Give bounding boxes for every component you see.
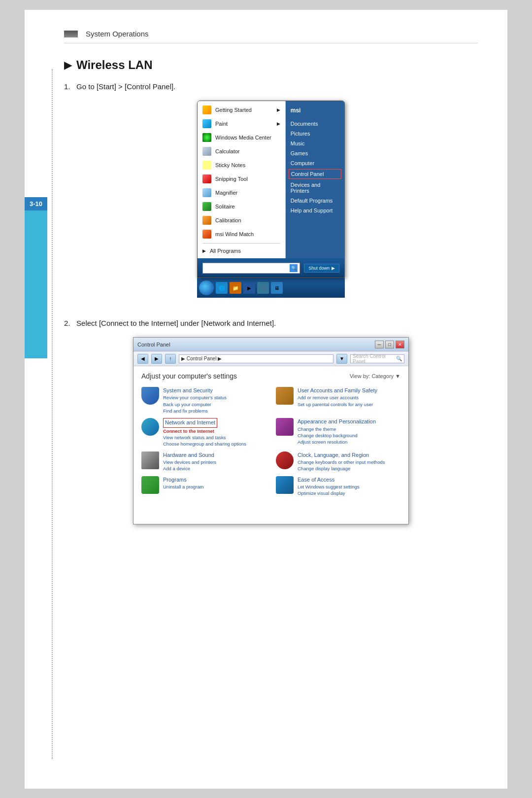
cp-cat-title-appearance[interactable]: Appearance and Personalization [298,418,376,425]
user-accounts-icon [276,387,294,405]
header-title: System Operations [86,30,149,38]
start-menu-body: Getting Started ▶ Paint ▶ Windows Media … [198,101,344,258]
page-header: System Operations [64,30,478,43]
menu-separator [202,243,280,243]
cp-content: Adjust your computer's settings View by:… [133,366,408,503]
menu-item-calibration[interactable]: Calibration [198,213,285,227]
right-menu-default-programs[interactable]: Default Programs [289,196,341,206]
step-2-text: Select [Connect to the Internet] under [… [76,319,276,327]
cp-cat-title-ease[interactable]: Ease of Access [298,476,360,484]
network-icon [141,418,159,436]
step-2-number: 2. [64,319,74,327]
taskbar: 🌐 📁 ▶ 🎵 🖥 [197,278,345,298]
menu-item-calculator[interactable]: Calculator [198,144,285,158]
network-title-box: Network and Internet [163,418,217,427]
right-menu-pictures[interactable]: Pictures [289,129,341,139]
menu-item-msi-wind-match[interactable]: msi Wind Match [198,227,285,241]
cp-cat-title-users[interactable]: User Accounts and Family Safety [298,387,377,394]
cp-category-programs: Programs Uninstall a program [141,476,266,497]
cp-breadcrumb: ▶ Control Panel ▶ [179,354,333,363]
hardware-icon [141,451,159,469]
step-1-text: Go to [Start] > [Control Panel]. [76,82,175,91]
cp-toolbar: ◀ ▶ ↑ ▶ Control Panel ▶ ▼ Search Control… [133,351,408,366]
chapter-tab-label: 3-10 [25,197,47,210]
right-menu-computer[interactable]: Computer [289,158,341,168]
section-chevron: ▶ [64,59,71,71]
right-menu-help[interactable]: Help and Support [289,206,341,215]
page: System Operations 3-10 ▶ Wireless LAN 1.… [25,10,507,789]
cp-cat-sub-users: Add or remove user accountsSet up parent… [298,394,377,408]
cp-cat-title-programs[interactable]: Programs [163,476,203,484]
cp-close-button[interactable]: ✕ [396,341,404,348]
calculator-icon [202,147,211,156]
taskbar-icon-3[interactable]: ▶ [243,282,255,294]
cp-cat-title-hardware[interactable]: Hardware and Sound [163,451,216,459]
cp-category-system-security: System and Security Review your computer… [141,387,266,414]
magnifier-icon [202,188,211,197]
cp-cat-title-clock[interactable]: Clock, Language, and Region [298,451,385,459]
menu-item-sticky-notes[interactable]: Sticky Notes [198,158,285,172]
section-heading: ▶ Wireless LAN [64,58,478,72]
taskbar-icon-2[interactable]: 📁 [230,282,241,294]
sticky-notes-icon [202,161,211,170]
menu-item-magnifier[interactable]: Magnifier [198,186,285,200]
cp-category-ease: Ease of Access Let Windows suggest setti… [276,476,400,497]
menu-item-snipping-tool[interactable]: Snipping Tool [198,172,285,186]
cp-cat-sub-system: Review your computer's statusBack up you… [163,394,227,414]
start-menu-left-panel: Getting Started ▶ Paint ▶ Windows Media … [198,101,286,258]
solitaire-icon [202,202,211,211]
search-button[interactable]: 🔍 [290,264,298,272]
chapter-tab-bar [25,210,47,358]
cp-adjust-title: Adjust your computer's settings [141,372,237,380]
cp-view-by: View by: Category ▼ [350,373,400,379]
cp-up-button[interactable]: ↑ [165,354,176,364]
taskbar-icon-5[interactable]: 🖥 [271,282,283,294]
cp-maximize-button[interactable]: □ [385,341,394,348]
menu-item-solitaire[interactable]: Solitaire [198,200,285,213]
menu-item-paint[interactable]: Paint ▶ [198,117,285,131]
start-menu-screenshot: Getting Started ▶ Paint ▶ Windows Media … [64,101,478,298]
cp-titlebar: Control Panel ─ □ ✕ [133,338,408,351]
cp-window-buttons: ─ □ ✕ [375,341,404,348]
step-1-instruction: 1. Go to [Start] > [Control Panel]. [64,81,478,93]
right-menu-msi[interactable]: msi [289,105,341,116]
cp-search-toggle[interactable]: ▼ [336,354,347,364]
start-search-box[interactable]: 🔍 [202,263,300,274]
step-1-number: 1. [64,82,74,91]
right-menu-games[interactable]: Games [289,148,341,158]
right-menu-devices[interactable]: Devices and Printers [289,180,341,196]
programs-icon [141,476,159,494]
control-panel-window: Control Panel ─ □ ✕ ◀ ▶ ↑ ▶ Control Pane… [133,337,409,524]
taskbar-icon-1[interactable]: 🌐 [216,282,228,294]
cp-search-box[interactable]: Search Control Panel 🔍 [350,354,404,363]
cp-back-button[interactable]: ◀ [137,354,148,364]
cp-cat-sub-clock: Change keyboards or other input methodsC… [298,459,385,472]
cp-minimize-button[interactable]: ─ [375,341,384,348]
control-panel-screenshot: Control Panel ─ □ ✕ ◀ ▶ ↑ ▶ Control Pane… [64,337,478,524]
cp-category-network: Network and Internet Connect to the Inte… [141,418,266,447]
system-security-icon [141,387,159,405]
cp-search-icon: 🔍 [396,356,402,361]
shutdown-button[interactable]: Shut down ▶ [304,264,339,273]
start-menu-right-panel: msi Documents Pictures Music Games Compu… [286,101,344,258]
right-menu-music[interactable]: Music [289,139,341,148]
cp-window-title: Control Panel [137,342,170,347]
paint-icon [202,119,211,128]
menu-item-getting-started[interactable]: Getting Started ▶ [198,103,285,117]
menu-item-all-programs[interactable]: ▶ All Programs [198,245,285,256]
menu-item-wmc[interactable]: Windows Media Center [198,131,285,144]
start-orb[interactable] [199,280,214,295]
cp-cat-sub-network: Connect to the Internet View network sta… [163,428,246,448]
cp-cat-title-system[interactable]: System and Security [163,387,227,394]
cp-cat-sub-ease: Let Windows suggest settingsOptimize vis… [298,484,360,497]
section-title: Wireless LAN [76,58,153,72]
cp-cat-title-network[interactable]: Network and Internet [163,418,246,427]
cp-forward-button[interactable]: ▶ [151,354,162,364]
chapter-tab: 3-10 [25,197,47,358]
taskbar-icon-4[interactable]: 🎵 [257,282,269,294]
right-menu-control-panel[interactable]: Control Panel [289,169,341,179]
right-menu-documents[interactable]: Documents [289,119,341,129]
cp-cat-sub-hardware: View devices and printersAdd a device [163,459,216,472]
snipping-tool-icon [202,174,211,183]
appearance-icon [276,418,294,436]
